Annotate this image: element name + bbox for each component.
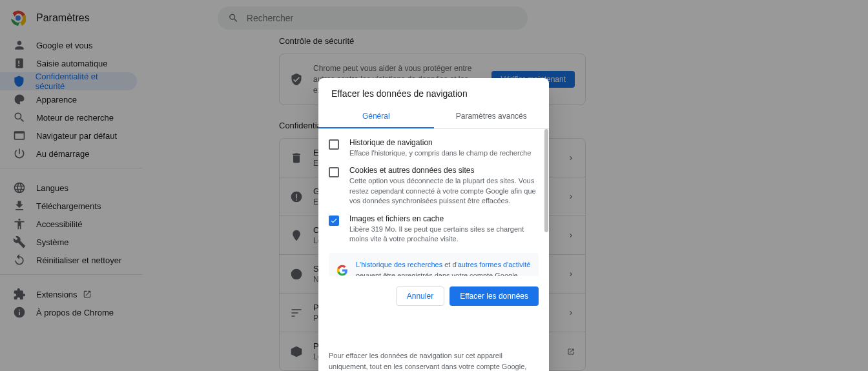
dialog-title: Effacer les données de navigation — [318, 78, 549, 105]
dialog-footer: Pour effacer les données de navigation s… — [318, 342, 549, 371]
checkbox-row: Cookies et autres données des sitesCette… — [329, 162, 539, 210]
tab-advanced[interactable]: Paramètres avancés — [434, 105, 550, 128]
cancel-button[interactable]: Annuler — [396, 286, 444, 306]
google-info-box: L'historique des recherches et d'autres … — [329, 253, 539, 276]
checkbox-label: Images et fichiers en cache — [349, 214, 539, 223]
clear-browsing-data-dialog: Effacer les données de navigation Généra… — [318, 78, 549, 371]
google-icon — [336, 265, 348, 276]
checkbox-label: Historique de navigation — [349, 138, 539, 147]
checkbox[interactable] — [329, 139, 339, 150]
tab-general[interactable]: Général — [318, 105, 434, 128]
checkbox[interactable] — [329, 216, 339, 226]
checkbox-description: Efface l'historique, y compris dans le c… — [349, 148, 539, 158]
checkbox-description: Cette option vous déconnecte de la plupa… — [349, 176, 539, 206]
checkbox-label: Cookies et autres données des sites — [349, 166, 539, 175]
other-activity-link[interactable]: autres formes d'activité — [458, 261, 531, 268]
checkbox-row: Images et fichiers en cacheLibère 319 Mo… — [329, 210, 539, 248]
clear-data-button[interactable]: Effacer les données — [450, 286, 539, 306]
checkbox[interactable] — [329, 167, 339, 177]
checkbox-description: Libère 319 Mo. Il se peut que certains s… — [349, 225, 539, 245]
checkbox-row: Historique de navigationEfface l'histori… — [329, 134, 539, 162]
search-history-link[interactable]: L'historique des recherches — [356, 261, 442, 268]
scrollbar[interactable] — [544, 129, 548, 232]
